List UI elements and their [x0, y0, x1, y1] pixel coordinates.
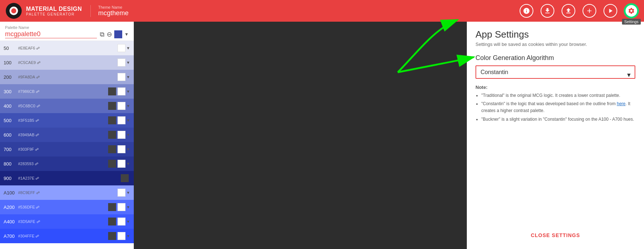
shade-label: A700 — [4, 233, 17, 239]
dark-swatch — [108, 131, 116, 139]
light-swatch — [118, 232, 125, 240]
row-arrow-icon: ▼ — [126, 205, 130, 209]
row-arrow-icon: ▼ — [126, 75, 130, 79]
hex-value: #283593 — [18, 162, 34, 166]
dark-swatch — [108, 203, 116, 211]
settings-button[interactable]: Settings — [624, 4, 638, 18]
play-button[interactable] — [604, 4, 617, 18]
link-icon: ☍ — [37, 61, 40, 65]
light-swatch — [118, 218, 125, 226]
brand: MATERIAL DESIGN PALETTE GENERATOR — [26, 6, 82, 16]
note-item: "Traditional" is the original MCG logic.… — [481, 92, 635, 99]
light-swatch — [118, 44, 125, 52]
remove-icon[interactable]: ⊖ — [107, 30, 112, 38]
center-panel — [134, 22, 467, 249]
shade-label: 600 — [4, 132, 17, 138]
hex-value: #3D5AFE — [18, 219, 35, 224]
add-button[interactable] — [583, 4, 596, 18]
note-item: "Constantin" is the logic that was devel… — [481, 100, 635, 114]
color-row[interactable]: 50 #E8EAF6 ☍ ▼ — [0, 41, 134, 55]
algo-select-wrapper: TraditionalConstantinBuckner ▼ — [475, 65, 635, 85]
palette-header-icons: ⧉ ⊖ ▼ — [100, 30, 129, 38]
light-swatch — [118, 87, 125, 95]
hex-value: #1A237E — [18, 176, 34, 180]
hex-value: #5C6BC0 — [18, 104, 35, 108]
link-icon: ☍ — [37, 104, 40, 108]
hex-value: #C5CAE9 — [18, 60, 36, 65]
hex-value: #8C9EFF — [18, 190, 35, 195]
close-settings-button[interactable]: CLOSE SETTINGS — [475, 229, 635, 242]
color-row[interactable]: 400 #5C6BC0 ☍ ▼ — [0, 99, 134, 113]
algo-select[interactable]: TraditionalConstantinBuckner — [475, 65, 635, 79]
link-icon: ☍ — [35, 133, 39, 137]
color-picker-swatch[interactable] — [114, 30, 122, 38]
upload-button[interactable] — [562, 4, 575, 18]
row-arrow-icon: ▼ — [126, 219, 130, 224]
note-link[interactable]: here — [617, 101, 626, 106]
settings-subtitle: Settings will be saved as cookies within… — [475, 42, 635, 47]
shade-label: 300 — [4, 89, 17, 94]
hex-value: #304FFE — [18, 234, 34, 238]
info-button[interactable] — [520, 4, 533, 18]
theme-name-section: Theme Name mcgtheme — [90, 5, 128, 17]
color-row[interactable]: 700 #303F9F ☍ ▼ — [0, 142, 134, 156]
logo — [6, 3, 22, 19]
link-icon: ☍ — [35, 234, 39, 238]
row-arrow-icon: ▼ — [126, 60, 130, 65]
shade-label: A100 — [4, 190, 17, 196]
link-icon: ☍ — [36, 191, 40, 195]
color-row[interactable]: 600 #3949AB ☍ ▼ — [0, 128, 134, 142]
color-row[interactable]: 100 #C5CAE9 ☍ ▼ — [0, 55, 134, 70]
dark-swatch — [108, 160, 116, 168]
color-row[interactable]: A400 #3D5AFE ☍ ▼ — [0, 214, 134, 229]
link-icon: ☍ — [35, 147, 39, 151]
shade-label: 700 — [4, 147, 17, 152]
shade-label: 900 — [4, 176, 17, 181]
row-arrow-icon: ▼ — [126, 234, 130, 238]
color-list: 50 #E8EAF6 ☍ ▼ 100 #C5CAE9 ☍ ▼ 200 #9FA8… — [0, 41, 134, 243]
shade-label: 100 — [4, 60, 17, 65]
row-arrow-icon: ▼ — [126, 89, 130, 94]
dropdown-arrow-icon[interactable]: ▼ — [124, 32, 129, 37]
algo-section-title: Color Generation Algorithm — [475, 54, 635, 62]
link-icon: ☍ — [35, 162, 38, 166]
hex-value: #7986CB — [18, 89, 35, 94]
theme-name: mcgtheme — [98, 9, 128, 17]
link-icon: ☍ — [35, 176, 39, 180]
color-row[interactable]: 900 #1A237E ☍ — [0, 171, 134, 185]
color-row[interactable]: 800 #283593 ☍ ▼ — [0, 156, 134, 171]
link-icon: ☍ — [36, 90, 39, 94]
light-swatch — [118, 102, 125, 110]
row-arrow-icon: ▼ — [126, 162, 130, 166]
shade-label: A400 — [4, 219, 17, 224]
color-row[interactable]: A200 #536DFE ☍ ▼ — [0, 200, 134, 214]
svg-point-1 — [11, 8, 16, 13]
settings-title: App Settings — [475, 29, 635, 40]
hex-value: #3949AB — [18, 133, 34, 137]
link-icon: ☍ — [35, 119, 39, 123]
row-arrow-icon: ▼ — [126, 190, 130, 195]
dark-swatch — [108, 102, 116, 110]
shade-label: 200 — [4, 74, 17, 80]
light-swatch — [118, 160, 125, 168]
link-icon: ☍ — [37, 220, 40, 224]
shade-label: 50 — [4, 46, 17, 51]
color-row[interactable]: 500 #3F51B5 ☍ ▼ — [0, 113, 134, 128]
light-swatch — [118, 189, 125, 197]
main-content: Palette Name ⧉ ⊖ ▼ 50 #E8EAF6 ☍ ▼ 100 #C… — [0, 22, 644, 249]
color-row[interactable]: 200 #9FA8DA ☍ ▼ — [0, 70, 134, 84]
color-row[interactable]: A700 #304FFE ☍ ▼ — [0, 229, 134, 243]
light-swatch — [118, 203, 125, 211]
hex-value: #3F51B5 — [18, 118, 34, 123]
clipboard-icon[interactable]: ⧉ — [100, 31, 105, 38]
color-row[interactable]: A100 #8C9EFF ☍ ▼ — [0, 185, 134, 200]
color-row[interactable]: 300 #7986CB ☍ ▼ — [0, 84, 134, 99]
palette-name-input[interactable] — [5, 30, 97, 38]
hex-value: #303F9F — [18, 147, 34, 151]
palette-name-row: ⧉ ⊖ ▼ — [5, 30, 129, 38]
dark-swatch — [121, 174, 129, 182]
download-button[interactable] — [541, 4, 554, 18]
brand-title: MATERIAL DESIGN — [26, 6, 82, 12]
hex-value: #536DFE — [18, 205, 35, 209]
row-arrow-icon: ▼ — [126, 46, 130, 50]
